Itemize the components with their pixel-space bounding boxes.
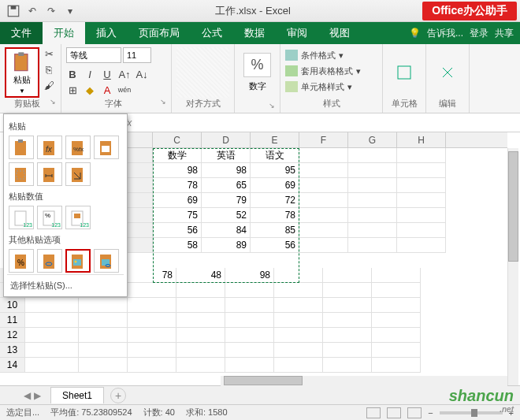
italic-button[interactable]: I <box>84 68 96 80</box>
cell[interactable]: 48 <box>176 268 225 283</box>
row-header[interactable]: 12 <box>0 328 25 343</box>
cell[interactable] <box>128 358 176 373</box>
cell[interactable] <box>274 358 323 373</box>
cut-icon[interactable]: ✂ <box>43 47 55 60</box>
increase-font-icon[interactable]: A↑ <box>118 68 131 80</box>
cell[interactable]: 98 <box>202 163 251 178</box>
cell[interactable] <box>274 268 323 283</box>
zoom-in-icon[interactable]: + <box>509 408 514 418</box>
tell-me[interactable]: 告诉我... <box>427 27 463 40</box>
row-header[interactable] <box>128 193 153 208</box>
share[interactable]: 共享 <box>495 27 514 40</box>
cell[interactable]: 85 <box>251 223 299 238</box>
cell[interactable] <box>348 223 397 238</box>
cell[interactable] <box>348 238 397 253</box>
cell[interactable] <box>348 148 397 163</box>
paste-column-width-icon[interactable] <box>37 162 62 186</box>
cell[interactable] <box>372 328 421 343</box>
worksheet-cells[interactable]: 数学 英语 语文 989895 786569 697972 755278 568… <box>128 148 507 253</box>
cell[interactable] <box>25 328 79 343</box>
percent-icon[interactable]: % <box>243 53 270 77</box>
row-header[interactable] <box>128 163 153 178</box>
cell[interactable] <box>299 223 348 238</box>
cell[interactable] <box>128 313 176 328</box>
cell[interactable] <box>372 268 421 283</box>
cell[interactable] <box>225 328 274 343</box>
cell[interactable]: 58 <box>153 238 202 253</box>
sheet-nav-next-icon[interactable]: ▶ <box>34 390 41 401</box>
cell[interactable] <box>397 223 446 238</box>
decrease-font-icon[interactable]: A↓ <box>136 68 148 80</box>
normal-view-icon[interactable] <box>366 407 381 418</box>
row-header[interactable]: 13 <box>0 343 25 358</box>
paste-keep-source-icon[interactable] <box>94 136 119 159</box>
cell[interactable] <box>176 313 225 328</box>
cell[interactable]: 65 <box>202 178 251 193</box>
qat-dropdown-icon[interactable]: ▾ <box>63 4 77 18</box>
cell[interactable] <box>299 178 348 193</box>
cell[interactable] <box>176 343 225 358</box>
tell-me-icon[interactable]: 💡 <box>409 28 421 39</box>
tab-review[interactable]: 审阅 <box>276 22 318 44</box>
col-header[interactable]: E <box>251 132 299 147</box>
cell[interactable] <box>323 268 372 283</box>
paste-values-source-icon[interactable]: 123 <box>65 206 91 229</box>
cell[interactable]: 69 <box>153 193 202 208</box>
col-header[interactable]: F <box>299 132 348 147</box>
paste-transpose-icon[interactable] <box>65 162 91 186</box>
cell[interactable] <box>176 283 225 298</box>
cell[interactable]: 69 <box>251 178 299 193</box>
paste-values-icon[interactable]: 123 <box>9 206 34 229</box>
paste-formatting-icon[interactable]: % <box>9 249 34 273</box>
cell[interactable] <box>323 298 372 313</box>
cell[interactable] <box>274 313 323 328</box>
paste-button[interactable]: 粘贴 ▼ <box>5 47 39 98</box>
editing-buttons[interactable] <box>431 47 464 98</box>
vertical-scrollbar[interactable] <box>507 148 518 385</box>
cell[interactable]: 78 <box>251 208 299 223</box>
cell[interactable]: 98 <box>225 268 274 283</box>
cell[interactable]: 89 <box>202 238 251 253</box>
cell[interactable] <box>176 328 225 343</box>
cell[interactable] <box>79 298 128 313</box>
cell[interactable] <box>397 178 446 193</box>
cell[interactable] <box>299 208 348 223</box>
cell[interactable]: 98 <box>153 163 202 178</box>
cell[interactable]: 78 <box>153 178 202 193</box>
cell[interactable] <box>79 328 128 343</box>
cell[interactable] <box>348 193 397 208</box>
cell[interactable] <box>397 193 446 208</box>
cell[interactable] <box>128 298 176 313</box>
cell[interactable] <box>299 163 348 178</box>
dialog-launcher-icon[interactable]: ↘ <box>269 102 275 110</box>
paste-linked-picture-icon[interactable] <box>94 249 119 273</box>
cell[interactable]: 语文 <box>251 148 299 163</box>
tab-insert[interactable]: 插入 <box>85 22 128 44</box>
row-header[interactable]: 11 <box>0 313 25 328</box>
cell[interactable] <box>79 358 128 373</box>
cell[interactable] <box>372 358 421 373</box>
align-buttons[interactable] <box>176 47 229 98</box>
cell[interactable]: 52 <box>202 208 251 223</box>
cell[interactable]: 78 <box>128 268 176 283</box>
sheet-tab[interactable]: Sheet1 <box>50 387 104 403</box>
cell[interactable] <box>225 358 274 373</box>
cell[interactable]: 56 <box>251 238 299 253</box>
row-header[interactable]: 10 <box>0 298 25 313</box>
row-header[interactable] <box>128 223 153 238</box>
cell[interactable] <box>323 313 372 328</box>
font-color-icon[interactable]: A <box>101 84 113 96</box>
paste-special-menu-item[interactable]: 选择性粘贴(S)... <box>7 274 124 293</box>
cell[interactable] <box>397 148 446 163</box>
cell[interactable]: 数学 <box>153 148 202 163</box>
cell[interactable] <box>299 148 348 163</box>
row-header[interactable] <box>128 208 153 223</box>
cell[interactable] <box>397 163 446 178</box>
phonetic-icon[interactable]: wén <box>118 84 131 96</box>
horizontal-scrollbar[interactable] <box>221 376 507 387</box>
cells-buttons[interactable] <box>388 47 421 98</box>
col-header[interactable]: D <box>202 132 251 147</box>
cell[interactable] <box>176 358 225 373</box>
paste-formulas-number-icon[interactable]: %fx <box>65 136 91 159</box>
cell[interactable]: 56 <box>153 223 202 238</box>
